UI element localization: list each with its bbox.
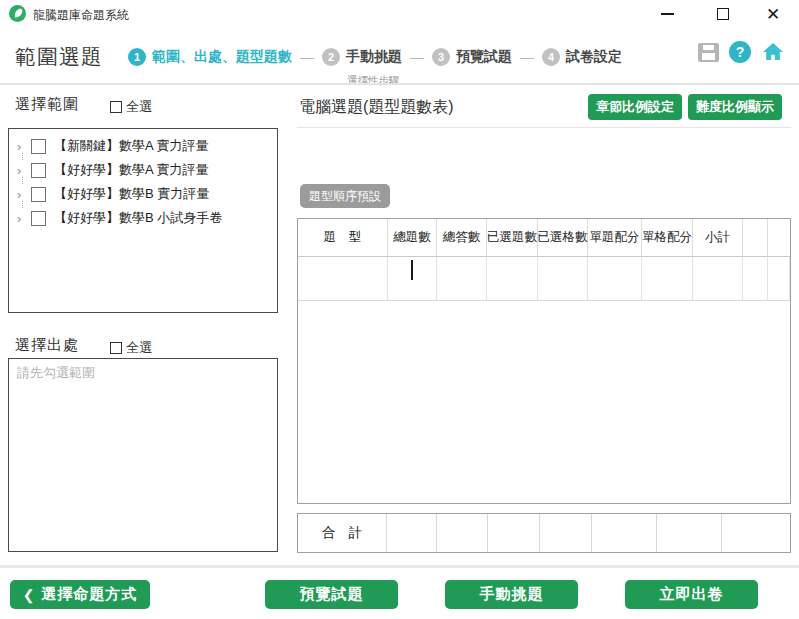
chevron-left-icon: ❮ [23, 587, 36, 603]
tree-item-2-checkbox[interactable] [31, 187, 46, 202]
total-cell-2 [437, 514, 488, 552]
row-cell-blank-2 [768, 257, 790, 301]
expand-icon[interactable]: › [17, 164, 31, 177]
total-cell-3 [488, 514, 540, 552]
type-order-preset-button[interactable]: 題型順序預設 [300, 184, 390, 208]
text-caret [411, 260, 413, 280]
back-to-method-button[interactable]: ❮ 選擇命題方式 [10, 580, 150, 609]
tree-item-0-checkbox[interactable] [31, 139, 46, 154]
range-select-all-label: 全選 [126, 98, 152, 116]
source-list-box: 請先勾選範圍 [8, 358, 278, 552]
col-header-type: 題 型 [298, 219, 388, 257]
expand-icon[interactable]: › [17, 188, 31, 201]
total-cell-4 [540, 514, 592, 552]
col-header-selected-blanks: 已選格數 [538, 219, 588, 257]
step-4-paper-settings[interactable]: 4 試卷設定 [542, 48, 622, 66]
step-1-range[interactable]: 1 範圍、出處、題型題數 [128, 48, 292, 66]
step-1-label: 範圍、出處、題型題數 [152, 48, 292, 66]
tree-item-3-label: 【好好學】數學B 小試身手卷 [54, 209, 222, 227]
question-type-table: 題 型 總題數 總答數 已選題數 已選格數 單題配分 單格配分 小計 [297, 218, 791, 504]
page-header: 範圍選題 1 範圍、出處、題型題數 — 2 手動挑題 選擇性步驟 — 3 預覽試… [0, 30, 799, 83]
close-icon: ✕ [766, 6, 780, 23]
tree-item-1-checkbox[interactable] [31, 163, 46, 178]
close-button[interactable]: ✕ [756, 2, 790, 26]
difficulty-ratio-button[interactable]: 難度比例顯示 [688, 94, 782, 120]
source-select-all[interactable]: 全選 [110, 339, 152, 357]
wizard-stepper: 1 範圍、出處、題型題數 — 2 手動挑題 選擇性步驟 — 3 預覽試題 — 4… [128, 30, 622, 83]
col-header-blank-1 [743, 219, 768, 257]
range-select-all-checkbox[interactable] [110, 101, 122, 113]
col-header-points-per-question: 單題配分 [588, 219, 642, 257]
col-header-points-per-blank: 單格配分 [642, 219, 693, 257]
row-cell-subtotal[interactable] [693, 257, 743, 301]
tree-item-3-checkbox[interactable] [31, 211, 46, 226]
maximize-button[interactable] [706, 2, 740, 26]
page-title: 範圍選題 [15, 43, 103, 71]
step-dash: — [410, 49, 424, 65]
row-cell-selected-questions[interactable] [487, 257, 538, 301]
step-3-preview[interactable]: 3 預覽試題 [432, 48, 512, 66]
step-4-label: 試卷設定 [566, 48, 622, 66]
table-grid: 題 型 總題數 總答數 已選題數 已選格數 單題配分 單格配分 小計 [298, 219, 790, 301]
source-section-title: 選擇出處 [15, 336, 79, 355]
manual-pick-button[interactable]: 手動挑題 [445, 580, 578, 609]
maximize-icon [717, 8, 729, 20]
range-select-all[interactable]: 全選 [110, 98, 152, 116]
tree-item-2[interactable]: › 【好好學】數學B 實力評量 [9, 182, 277, 206]
step-2-number: 2 [322, 48, 340, 66]
source-select-all-checkbox[interactable] [110, 342, 122, 354]
total-row: 合 計 [297, 513, 791, 553]
minimize-button[interactable] [650, 2, 684, 26]
step-2-manual-pick[interactable]: 2 手動挑題 選擇性步驟 [322, 48, 402, 66]
tree-item-1[interactable]: › 【好好學】數學A 實力評量 [9, 158, 277, 182]
step-dash: — [520, 49, 534, 65]
tree-item-3[interactable]: › 【好好學】數學B 小試身手卷 [9, 206, 277, 230]
row-cell-points-per-blank[interactable] [642, 257, 693, 301]
col-header-blank-2 [768, 219, 790, 257]
step-3-number: 3 [432, 48, 450, 66]
tree-item-0[interactable]: › 【新關鍵】數學A 實力評量 [9, 134, 277, 158]
home-icon[interactable] [761, 40, 785, 64]
col-header-total-answers: 總答數 [437, 219, 487, 257]
app-title: 龍騰題庫命題系統 [33, 7, 129, 24]
step-2-label: 手動挑題 [346, 48, 402, 66]
tree-item-0-label: 【新關鍵】數學A 實力評量 [54, 137, 209, 155]
titlebar: 龍騰題庫命題系統 ✕ [0, 0, 799, 28]
row-cell-points-per-question[interactable] [588, 257, 642, 301]
help-icon[interactable]: ? [729, 41, 751, 63]
header-divider [0, 83, 799, 85]
tree-item-1-label: 【好好學】數學A 實力評量 [54, 161, 209, 179]
source-placeholder: 請先勾選範圍 [17, 364, 95, 382]
total-cell-1 [387, 514, 437, 552]
tree-item-2-label: 【好好學】數學B 實力評量 [54, 185, 209, 203]
total-cell-5 [592, 514, 657, 552]
expand-icon[interactable]: › [17, 212, 31, 225]
row-cell-total-answers[interactable] [437, 257, 487, 301]
preview-questions-button[interactable]: 預覽試題 [265, 580, 398, 609]
app-window: 龍騰題庫命題系統 ✕ 範圍選題 1 範圍、出處、題型題數 — 2 手動挑題 選擇… [0, 0, 799, 619]
save-icon[interactable] [698, 43, 719, 62]
back-button-label: 選擇命題方式 [41, 585, 137, 604]
app-logo-icon [9, 5, 26, 22]
row-cell-blank-1 [743, 257, 768, 301]
step-3-label: 預覽試題 [456, 48, 512, 66]
range-tree: › 【新關鍵】數學A 實力評量 › 【好好學】數學A 實力評量 › 【好好學】數… [8, 128, 278, 313]
chapter-ratio-button[interactable]: 章節比例設定 [588, 94, 682, 120]
expand-icon[interactable]: › [17, 140, 31, 153]
main-panel-divider [297, 127, 791, 128]
row-cell-selected-blanks[interactable] [538, 257, 588, 301]
step-2-sublabel: 選擇性步驟 [347, 74, 400, 88]
row-cell-total-questions[interactable] [388, 257, 437, 301]
source-select-all-label: 全選 [126, 339, 152, 357]
step-1-number: 1 [128, 48, 146, 66]
total-cell-7 [722, 514, 790, 552]
main-panel-title: 電腦選題(題型題數表) [299, 97, 454, 118]
generate-paper-button[interactable]: 立即出卷 [625, 580, 758, 609]
header-icons: ? [698, 40, 785, 64]
row-cell-type[interactable] [298, 257, 388, 301]
col-header-total-questions: 總題數 [388, 219, 437, 257]
footer-divider [0, 565, 799, 568]
total-cell-6 [657, 514, 722, 552]
col-header-selected-questions: 已選題數 [487, 219, 538, 257]
step-4-number: 4 [542, 48, 560, 66]
